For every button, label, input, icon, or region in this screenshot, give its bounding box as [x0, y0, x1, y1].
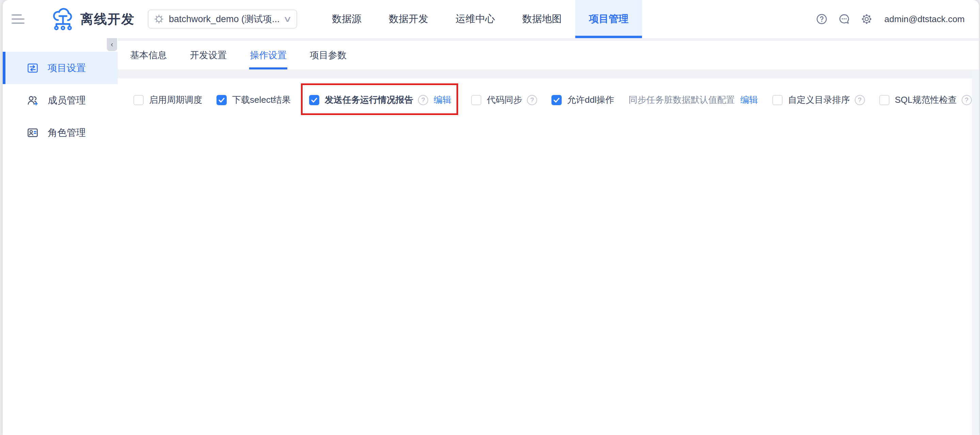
tab-project-params[interactable]: 项目参数: [310, 41, 347, 69]
option-code-sync: 代码同步 ?: [471, 94, 537, 106]
tab-dev-settings[interactable]: 开发设置: [190, 41, 227, 69]
top-header: 离线开发 batchwork_demo (测试项... ∨ 数据源 数据开发 运…: [3, 0, 979, 38]
sidebar-item-label: 角色管理: [48, 126, 86, 139]
app-window: 离线开发 batchwork_demo (测试项... ∨ 数据源 数据开发 运…: [3, 0, 979, 435]
nav-item-ops-center[interactable]: 运维中心: [442, 0, 509, 38]
settings-tab-bar: 基本信息 开发设置 操作设置 项目参数: [118, 41, 979, 69]
checkbox-download-select-result[interactable]: [216, 95, 227, 105]
sidebar-item-label: 项目设置: [48, 62, 86, 75]
cloud-network-logo-icon: [52, 8, 73, 30]
chevron-down-icon: ∨: [283, 14, 292, 24]
option-allow-ddl: 允许ddl操作: [552, 94, 614, 106]
top-nav: 数据源 数据开发 运维中心 数据地图 项目管理: [318, 0, 642, 38]
help-icon[interactable]: [816, 13, 828, 25]
product-title: 离线开发: [80, 11, 135, 28]
tab-basic-info[interactable]: 基本信息: [130, 41, 167, 69]
checkbox-code-sync[interactable]: [471, 95, 481, 105]
operation-settings-panel: 启用周期调度 下载select结果: [118, 78, 972, 435]
help-icon[interactable]: ?: [962, 95, 972, 105]
project-settings-icon: [27, 62, 39, 74]
option-sql-standard-check: SQL规范性检查 ?: [879, 94, 972, 106]
settings-gear-icon[interactable]: [861, 13, 873, 25]
members-icon: [27, 94, 39, 107]
option-label: 启用周期调度: [149, 94, 202, 106]
option-custom-dir-sort: 自定义目录排序 ?: [772, 94, 865, 106]
nav-item-data-develop[interactable]: 数据开发: [375, 0, 442, 38]
help-icon[interactable]: ?: [855, 95, 865, 105]
checkbox-enable-periodic-schedule[interactable]: [134, 95, 144, 105]
edit-link-send-task-report[interactable]: 编辑: [434, 94, 451, 106]
option-enable-periodic-schedule: 启用周期调度: [134, 94, 202, 106]
sidebar-collapse-button[interactable]: ‹: [107, 38, 117, 51]
nav-item-datasource[interactable]: 数据源: [318, 0, 375, 38]
role-card-icon: [27, 127, 39, 139]
right-scrollbar-track[interactable]: [972, 70, 979, 435]
checkbox-send-task-report[interactable]: [309, 95, 319, 105]
main-area: 基本信息 开发设置 操作设置 项目参数 启用周期调度: [118, 38, 979, 435]
project-gear-icon: [154, 14, 164, 24]
checkbox-allow-ddl[interactable]: [552, 95, 562, 105]
sidebar-item-project-settings[interactable]: 项目设置: [3, 52, 118, 84]
edit-link-dirty-data-config[interactable]: 编辑: [740, 94, 758, 106]
header-right-group: admin@dtstack.com: [816, 13, 965, 25]
user-email[interactable]: admin@dtstack.com: [885, 14, 965, 24]
option-label: SQL规范性检查: [895, 94, 957, 106]
nav-item-data-map[interactable]: 数据地图: [509, 0, 575, 38]
option-label: 允许ddl操作: [567, 94, 614, 106]
sidebar-item-label: 成员管理: [48, 94, 86, 107]
nav-item-project-manage[interactable]: 项目管理: [575, 0, 642, 38]
message-icon[interactable]: [838, 13, 850, 25]
help-icon[interactable]: ?: [527, 95, 537, 105]
options-row: 启用周期调度 下载select结果: [134, 94, 972, 106]
help-icon[interactable]: ?: [418, 95, 428, 105]
option-dirty-data-default-config: 同步任务脏数据默认值配置 编辑: [629, 94, 758, 106]
option-label: 自定义目录排序: [788, 94, 850, 106]
option-label: 发送任务运行情况报告: [325, 94, 413, 106]
option-label: 下载select结果: [232, 94, 291, 106]
checkbox-sql-standard-check[interactable]: [879, 95, 889, 105]
option-download-select-result: 下载select结果: [216, 94, 291, 106]
body-row: ‹ 项目设置 成员管理: [3, 38, 979, 435]
sidebar: ‹ 项目设置 成员管理: [3, 38, 118, 435]
project-selector-value: batchwork_demo (测试项...: [169, 13, 280, 25]
sidebar-item-member-manage[interactable]: 成员管理: [3, 84, 118, 116]
option-label: 代码同步: [487, 94, 522, 106]
option-label: 同步任务脏数据默认值配置: [629, 94, 735, 106]
sidebar-item-role-manage[interactable]: 角色管理: [3, 116, 118, 149]
project-selector-dropdown[interactable]: batchwork_demo (测试项... ∨: [148, 10, 297, 29]
tab-operation-settings[interactable]: 操作设置: [250, 41, 286, 69]
hamburger-menu-icon[interactable]: [11, 14, 24, 24]
checkbox-custom-dir-sort[interactable]: [772, 95, 783, 105]
option-send-task-report: 发送任务运行情况报告 ? 编辑: [309, 94, 451, 106]
